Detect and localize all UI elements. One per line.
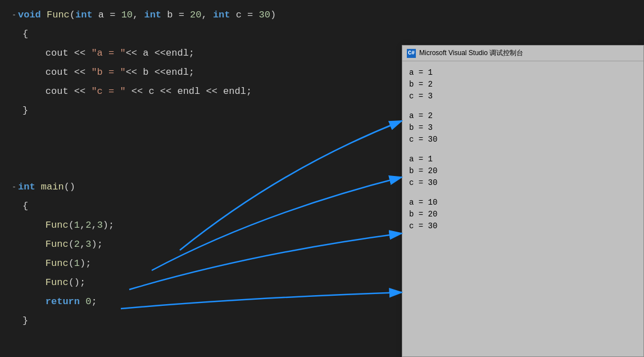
console-title: Microsoft Visual Studio 调试控制台 (419, 48, 523, 58)
console-line: b = 3 (409, 122, 637, 134)
console-line: a = 1 (409, 67, 637, 79)
line-cout-a: cout << "a = " << a <<endl; (12, 44, 399, 63)
line-call3: Func ( 1 ); (12, 254, 399, 273)
console-group-1: a = 1 b = 2 c = 3 (409, 67, 637, 102)
kw-int-main: int (18, 178, 35, 197)
console-line: b = 20 (409, 165, 637, 177)
console-line: c = 30 (409, 134, 637, 146)
line-func-decl: ⁃ void Func ( int a = 10 , int b = 20 , … (12, 6, 399, 25)
console-app-icon: C# (407, 49, 416, 58)
console-group-3: a = 1 b = 20 c = 30 (409, 153, 637, 189)
console-line: c = 30 (409, 220, 637, 232)
console-line: b = 20 (409, 209, 637, 220)
fn-main: main (41, 178, 64, 197)
collapse-main[interactable]: ⁃ (12, 178, 16, 197)
line-return: return 0 ; (12, 292, 399, 311)
line-call1: Func ( 1 , 2 , 3 ); (12, 216, 399, 235)
console-line: a = 1 (409, 153, 637, 165)
line-blank3 (12, 159, 399, 178)
console-window: C# Microsoft Visual Studio 调试控制台 a = 1 b… (402, 45, 644, 357)
fn-func: Func (47, 6, 70, 25)
line-call2: Func ( 2 , 3 ); (12, 235, 399, 254)
console-line: b = 2 (409, 79, 637, 91)
console-body: a = 1 b = 2 c = 3 a = 2 b = 3 c = 30 a =… (402, 61, 643, 246)
line-cout-b: cout << "b = " << b <<endl; (12, 63, 399, 82)
line-main-close: } (12, 311, 399, 331)
line-func-open: { (12, 25, 399, 44)
console-group-2: a = 2 b = 3 c = 30 (409, 110, 637, 146)
kw-int1: int (75, 6, 93, 25)
console-titlebar: C# Microsoft Visual Studio 调试控制台 (402, 46, 643, 61)
console-line: c = 30 (409, 177, 637, 189)
kw-int2: int (144, 6, 161, 25)
line-call4: Func (); (12, 273, 399, 292)
line-main-decl: ⁃ int main () (12, 178, 399, 197)
kw-void: void (18, 6, 41, 25)
console-line: c = 3 (409, 91, 637, 102)
line-blank1 (12, 120, 399, 139)
console-line: a = 2 (409, 110, 637, 122)
line-blank2 (12, 139, 399, 159)
console-line: a = 10 (409, 197, 637, 209)
collapse-func[interactable]: ⁃ (12, 6, 16, 25)
line-func-close: } (12, 101, 399, 120)
line-cout-c: cout << "c = " << c << endl << endl; (12, 82, 399, 101)
code-editor: ⁃ void Func ( int a = 10 , int b = 20 , … (0, 0, 399, 357)
console-group-4: a = 10 b = 20 c = 30 (409, 197, 637, 232)
line-main-open: { (12, 197, 399, 216)
kw-int3: int (213, 6, 230, 25)
